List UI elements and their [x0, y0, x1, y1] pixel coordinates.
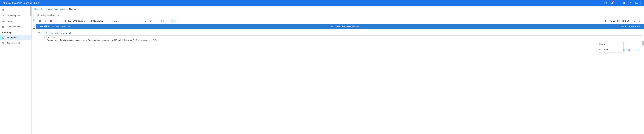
sidebar-item-notebooks[interactable]: Notebooks — [0, 35, 32, 40]
line-number: 1 — [46, 32, 47, 34]
automl-icon — [2, 42, 5, 45]
data-actions-button[interactable] — [172, 19, 176, 23]
svg-rect-27 — [151, 21, 152, 21]
svg-point-1 — [618, 3, 618, 3]
check-icon: ✓ — [48, 36, 50, 38]
back-arrow-icon — [2, 14, 5, 17]
menu-button[interactable] — [38, 19, 42, 23]
svg-point-40 — [634, 50, 634, 50]
ram-value: 1% — [67, 25, 70, 28]
kernel-name: Python 3.10 - SDK v2 — [610, 20, 629, 22]
notebook-scrollbar[interactable] — [642, 41, 644, 46]
sidebar-item-model-catalog[interactable]: Model catalog — [0, 24, 32, 29]
kernel-badge: Python 3.10 - SDK V2 — [620, 25, 642, 28]
app-title: Azure AI | Machine Learning Studio — [3, 2, 39, 4]
separator — [178, 19, 178, 23]
kernel-status-dot-icon — [604, 20, 606, 22]
feedback-icon[interactable] — [633, 0, 640, 6]
kernel-dropdown[interactable]: Python 3.10 - SDK v2 — [608, 19, 637, 23]
refresh-kernel-button[interactable] — [638, 20, 642, 22]
svg-rect-32 — [167, 20, 168, 21]
chevron-right-icon: › — [67, 8, 68, 10]
header-separator — [640, 1, 640, 5]
compute-dropdown[interactable]: - Running — [104, 19, 148, 23]
svg-point-35 — [173, 20, 174, 21]
breadcrumb-workspace[interactable]: amlworkspacemidesa — [46, 8, 66, 10]
delete-cell-button[interactable] — [636, 48, 641, 52]
home-icon — [2, 20, 5, 22]
dropdown-item-mount[interactable]: Mount› — [597, 41, 623, 47]
more-ellipsis-button[interactable] — [54, 19, 59, 23]
svg-point-3 — [635, 2, 638, 4]
notebook-file-icon — [37, 14, 39, 17]
cpu-value: 0% — [56, 25, 60, 28]
chevron-right-icon: › — [620, 43, 621, 45]
comment-button[interactable] — [626, 48, 631, 52]
run-all-button[interactable] — [43, 19, 48, 23]
files-panel-label[interactable]: Files — [33, 24, 35, 29]
chevron-right-icon: › — [620, 48, 621, 51]
svg-rect-14 — [3, 37, 4, 39]
vscode-icon — [64, 20, 66, 22]
notebook-icon — [2, 36, 5, 39]
svg-rect-33 — [168, 20, 169, 21]
svg-rect-12 — [2, 27, 3, 28]
settings-icon[interactable] — [615, 0, 621, 6]
notifications-icon[interactable]: 3 — [609, 0, 615, 6]
terminal-button[interactable] — [160, 19, 165, 23]
svg-point-41 — [634, 50, 634, 50]
svg-rect-10 — [2, 26, 3, 27]
cell-code: %pip install azure-ai-ml — [50, 32, 71, 34]
cpu-label: CPU — [51, 25, 55, 28]
breadcrumb-current: Notebooks — [69, 8, 79, 10]
help-icon[interactable] — [627, 0, 633, 6]
file-tab[interactable]: *adlsg2test.ipynb ✕ — [34, 12, 62, 18]
last-saved: Last saved a few seconds ago — [70, 25, 620, 28]
chevron-right-icon: › — [44, 8, 44, 10]
svg-rect-34 — [167, 21, 168, 22]
dropdown-item-consume[interactable]: Consume› — [597, 47, 623, 52]
expand-files-icon[interactable] — [33, 19, 35, 22]
notification-badge: 3 — [612, 0, 614, 3]
apps-button[interactable] — [166, 19, 170, 23]
svg-rect-30 — [162, 20, 163, 22]
edit-in-vscode-button[interactable]: Edit in VS Code ⌄ — [62, 19, 87, 23]
kernel-idle-status: · Kernel idle — [39, 25, 50, 28]
chevron-down-icon: ⌄ — [84, 20, 86, 22]
svg-point-25 — [57, 21, 57, 21]
stop-button[interactable] — [49, 19, 53, 23]
sidebar-section-authoring: Authoring — [0, 29, 32, 35]
sidebar-item-all-workspaces[interactable]: All workspaces — [0, 13, 32, 18]
svg-point-39 — [633, 50, 633, 50]
svg-rect-13 — [4, 27, 4, 28]
sidebar-label: Notebooks — [7, 36, 17, 39]
svg-point-24 — [56, 21, 57, 21]
sidebar-scrollbar[interactable] — [30, 6, 32, 16]
compute-status: Running — [111, 20, 118, 22]
svg-rect-11 — [4, 26, 4, 27]
run-cell-dropdown[interactable]: ⌄ — [41, 31, 42, 34]
add-compute-button[interactable] — [155, 19, 159, 23]
run-cell-button[interactable] — [38, 31, 40, 34]
separator — [60, 19, 61, 23]
sidebar-label: Automated ML — [7, 42, 20, 44]
history-icon[interactable] — [602, 0, 609, 6]
close-tab-icon[interactable]: ✕ — [58, 14, 60, 17]
sidebar-label: Model catalog — [7, 25, 20, 28]
svg-point-26 — [150, 20, 152, 22]
cell-output: Requirement already satisfied: azure-ai-… — [47, 39, 156, 41]
tab-filename: *adlsg2test.ipynb — [40, 14, 56, 16]
sidebar-item-home[interactable]: Home — [0, 18, 32, 24]
ram-label: RAM — [62, 25, 66, 28]
cell-more-button[interactable] — [632, 48, 636, 52]
breadcrumb-root[interactable]: Microsoft — [34, 8, 42, 10]
vscode-label: Edit in VS Code — [68, 20, 83, 22]
output-expand-icon[interactable]: … — [42, 39, 44, 41]
sidebar-item-automated-ml[interactable]: Automated ML — [0, 40, 32, 46]
status-dot-icon — [90, 20, 92, 22]
stop-compute-button[interactable] — [149, 19, 154, 23]
megaphone-icon[interactable] — [621, 0, 627, 6]
compute-sep: - — [106, 20, 107, 22]
hamburger-menu[interactable] — [0, 7, 32, 13]
code-cell[interactable]: 1 %pip install azure-ai-ml — [44, 31, 643, 36]
